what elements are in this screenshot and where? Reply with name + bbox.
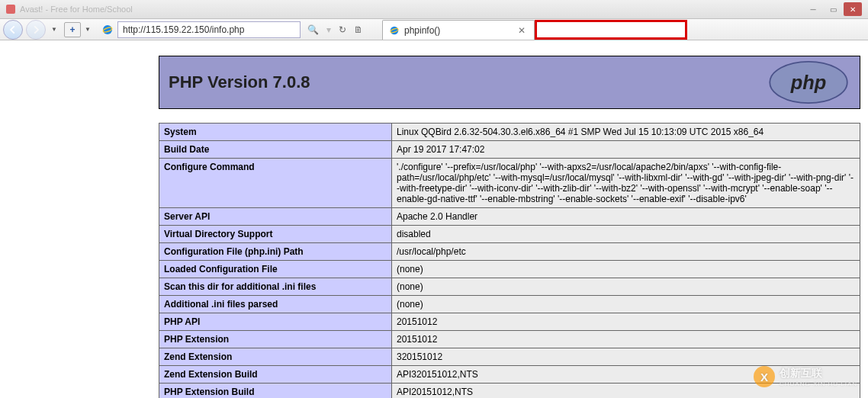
back-button[interactable]: [3, 20, 23, 40]
forward-button[interactable]: [26, 20, 46, 40]
search-icon[interactable]: 🔍: [304, 24, 323, 35]
close-button[interactable]: ✕: [844, 2, 862, 16]
window-title-bar: Avast! - Free for Home/School ─ ▭ ✕: [0, 0, 868, 19]
add-dropdown-icon[interactable]: ▼: [82, 22, 93, 37]
maximize-button[interactable]: ▭: [824, 2, 842, 16]
window-title: Avast! - Free for Home/School: [20, 5, 133, 14]
tab-label: phpinfo(): [404, 25, 440, 36]
address-actions: 🔍 ▾ ↻ 🗎: [304, 24, 367, 35]
refresh-icon[interactable]: ↻: [335, 24, 350, 35]
tab-bar: phpinfo() ✕: [382, 19, 687, 40]
browser-toolbar: ▼ + ▼ http://115.159.22.150/info.php 🔍 ▾…: [0, 19, 868, 40]
ie-logo-icon: [101, 23, 114, 37]
separator-icon: ▾: [323, 24, 335, 35]
tab-phpinfo[interactable]: phpinfo() ✕: [382, 20, 535, 40]
add-tab-button[interactable]: +: [64, 22, 81, 37]
nav-dropdown-icon[interactable]: ▼: [49, 22, 59, 37]
ie-logo-icon: [389, 25, 400, 36]
compat-icon[interactable]: 🗎: [350, 24, 367, 35]
address-bar[interactable]: http://115.159.22.150/info.php: [117, 21, 301, 38]
url-text: http://115.159.22.150/info.php: [123, 24, 244, 35]
minimize-button[interactable]: ─: [804, 2, 822, 16]
highlighted-empty-tab[interactable]: [535, 20, 687, 40]
app-icon: [6, 5, 15, 14]
close-tab-icon[interactable]: ✕: [516, 25, 528, 36]
